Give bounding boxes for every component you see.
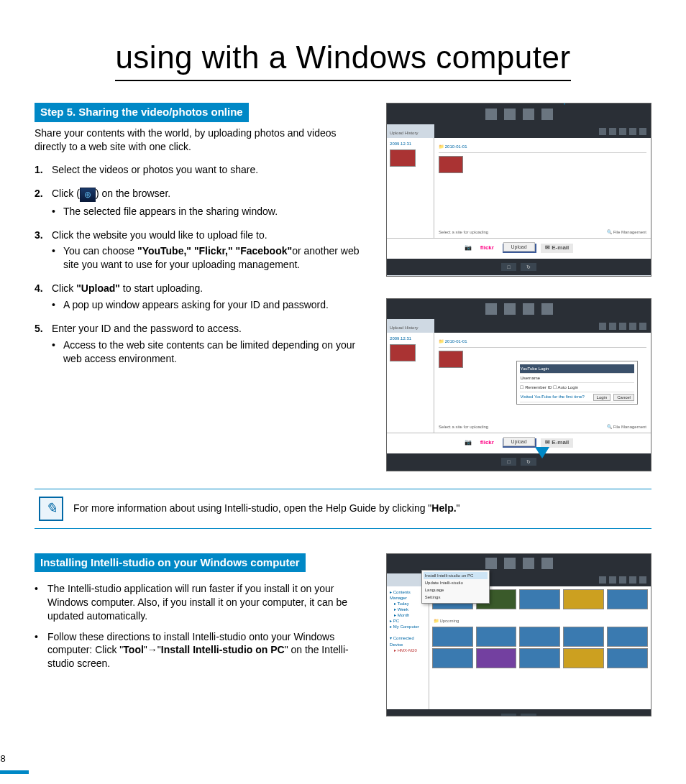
step-1-text: Select the videos or photos you want to … — [52, 164, 258, 175]
page-number: 128 — [0, 752, 6, 765]
toolbar-icon — [485, 109, 497, 120]
step-4-sub: A pop up window appears asking for your … — [52, 298, 370, 312]
step-3-text: Click the website you would like to uplo… — [52, 229, 267, 241]
install-bullet-2: Follow these directions to install Intel… — [35, 630, 370, 671]
upload-button: Upload — [503, 242, 534, 252]
arrow-icon — [535, 447, 549, 458]
step-2-post: ) on the browser. — [96, 188, 170, 199]
step5-badge: Step 5. Sharing the video/photos online — [35, 103, 249, 121]
page-accent-bar — [0, 770, 29, 774]
menu-settings: Settings — [424, 594, 488, 601]
step5-list: Select the videos or photos you want to … — [35, 163, 370, 365]
content-thumbnail — [439, 156, 463, 173]
file-mgmt-label: File Management — [613, 230, 646, 234]
screenshot-share-window: Upload History 2009.12.31 📁 2010-01-01 S… — [386, 103, 651, 276]
site-flickr: flickr — [476, 244, 498, 253]
screenshot-install-menu: ▸ Contents Manager ▸ Today ▸ Week ▸ Mont… — [386, 553, 651, 717]
note-text-c: " — [457, 502, 460, 514]
folder-date: 2010-01-01 — [445, 144, 467, 149]
step-5-sub: Access to the web site contents can be l… — [52, 338, 370, 366]
tool-menu-overlay: Install Intelli-studio on PC Update Inte… — [421, 570, 490, 603]
install-badge: Installing Intelli-studio on your Window… — [35, 553, 306, 572]
popup-cancel-btn: Cancel — [613, 394, 634, 401]
bottom-bar-btn: □ — [501, 263, 516, 271]
step-3-sub: You can choose "YouTube," "Flickr," "Fac… — [52, 244, 370, 272]
step-2-sub: The selected file appears in the sharing… — [52, 205, 370, 218]
sidebar-date: 2009.12.31 — [390, 141, 431, 147]
help-note: ✎ For more information about using Intel… — [35, 489, 651, 529]
toolbar-icon — [523, 109, 534, 120]
upcoming-label: Upcoming — [439, 619, 459, 623]
sidebar-thumbnail — [390, 149, 416, 167]
popup-title: YouTube Login — [520, 364, 634, 374]
login-popup: YouTube Login Username ☐ Remember ID ☐ A… — [516, 361, 637, 405]
step-2: Click (⊕) on the browser. The selected f… — [35, 187, 370, 218]
popup-username: Username — [520, 374, 634, 383]
popup-login-btn: Login — [593, 394, 611, 401]
site-email: E-mail — [552, 244, 569, 251]
menu-language: Language — [424, 586, 488, 594]
share-globe-icon: ⊕ — [80, 188, 96, 202]
step-5-text: Enter your ID and the password to access… — [52, 323, 242, 334]
note-text-b: Help. — [431, 502, 456, 514]
toolbar-icon — [541, 109, 553, 120]
menu-install-pc: Install Intelli-studio on PC — [424, 572, 488, 579]
install-bullet-1: The Intelli-studio application will run … — [35, 582, 370, 623]
bottom-bar-btn: ↻ — [521, 263, 536, 271]
note-icon: ✎ — [39, 497, 63, 521]
step-4-post: to start uploading. — [120, 282, 203, 294]
toolbar-icon — [504, 109, 516, 120]
step-3: Click the website you would like to uplo… — [35, 229, 370, 272]
install-bullets: The Intelli-studio application will run … — [35, 582, 370, 670]
step-1: Select the videos or photos you want to … — [35, 163, 370, 177]
note-text-a: For more information about using Intelli… — [73, 502, 431, 514]
step5-intro: Share your contents with the world, by u… — [35, 126, 370, 154]
page-title: using with a Windows computer — [115, 36, 570, 81]
menu-update: Update Intelli-studio — [424, 579, 488, 586]
arrow-icon — [557, 103, 572, 105]
select-site-label: Select a site for uploading — [439, 229, 488, 235]
sidebar-header: Upload History — [387, 124, 434, 138]
step-2-pre: Click ( — [52, 188, 80, 199]
step-5: Enter your ID and the password to access… — [35, 322, 370, 366]
step-4: Click "Upload" to start uploading. A pop… — [35, 282, 370, 312]
step-4-pre: Click — [52, 282, 76, 294]
screenshot-login-popup: Upload History 2009.12.31 📁 2010-01-01 Y… — [386, 298, 651, 471]
step-4-bold: "Upload" — [76, 282, 120, 294]
